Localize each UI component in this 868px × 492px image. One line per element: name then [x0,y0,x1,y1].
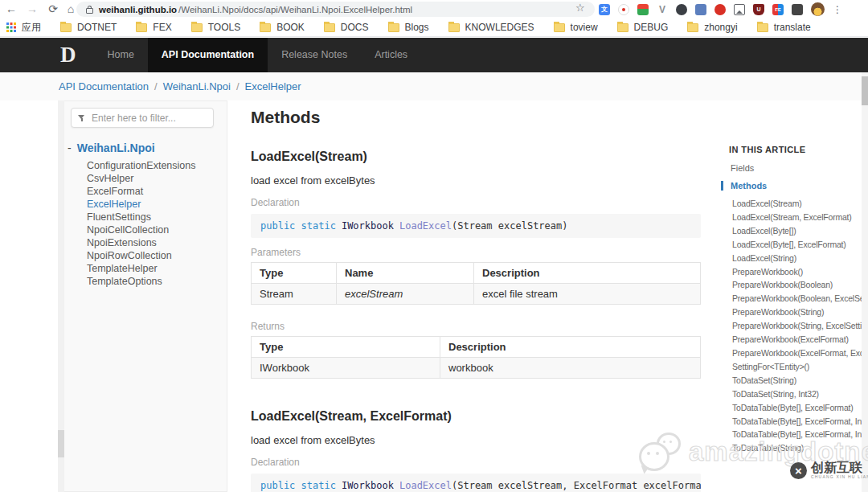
toc-link-methods[interactable]: Methods [721,181,862,191]
toc-item[interactable]: ToDataTable(Byte[], ExcelFormat) [729,401,862,415]
folder-icon [388,23,399,32]
bookmark-folder-translate[interactable]: translate [757,22,811,33]
toc-item[interactable]: PrepareWorkbook(Boolean) [729,278,862,292]
method-heading: LoadExcel(Stream, ExcelFormat) [251,409,701,424]
bookmark-label: toview [571,22,598,33]
tree-item-templatehelper[interactable]: TemplateHelper [87,262,224,275]
profile-avatar[interactable] [811,2,825,16]
filter-input[interactable] [90,112,207,125]
code-keyword: public static [260,480,336,491]
folder-icon [324,23,335,32]
in-this-article-title: IN THIS ARTICLE [729,145,862,154]
bookmark-folder-book[interactable]: BOOK [260,22,305,33]
chuangxin-logo-icon: × [790,462,807,479]
tree-item-excelhelper[interactable]: ExcelHelper [87,198,224,211]
breadcrumb-link-excelhelper[interactable]: ExcelHelper [245,80,301,92]
chuangxin-logo-title: 创新互联 [811,461,868,474]
toc-item[interactable]: PrepareWorkbook(String, ExcelSetting) [729,319,862,333]
page-scrollbar-track[interactable] [862,72,868,492]
method-section-loadexcel-stream-excelformat: LoadExcel(Stream, ExcelFormat) load exce… [251,409,701,492]
bookmark-folder-fex[interactable]: FEX [136,22,171,33]
table-row: IWorkbook workbook [252,358,701,379]
column-header-description: Description [440,337,701,358]
apps-shortcut[interactable]: 应用 [6,21,41,35]
bookmark-label: DOCS [341,22,369,33]
recorder-extension-icon[interactable] [714,4,726,15]
docfx-logo[interactable]: D [60,38,76,72]
bookmark-folder-docs[interactable]: DOCS [324,22,369,33]
translate-extension-icon[interactable]: 文 [599,4,610,15]
bookmark-star-icon[interactable]: ☆ [575,2,585,14]
toc-item[interactable]: ToDataSet(String) [729,374,862,387]
article-content: Methods LoadExcel(Stream) load excel fro… [251,100,701,492]
tree-item-excelformat[interactable]: ExcelFormat [87,185,224,198]
toc-item[interactable]: ToDataSet(String, Int32) [729,387,862,401]
column-header-description: Description [474,263,701,284]
tree-item-templateoptions[interactable]: TemplateOptions [87,275,224,288]
tree-item-npoicellcollection[interactable]: NpoiCellCollection [87,223,224,236]
vimium-extension-icon[interactable]: V [657,4,668,15]
reload-icon[interactable]: ⟳ [45,1,61,17]
tree-item-csvhelper[interactable]: CsvHelper [87,172,224,185]
nav-item-home[interactable]: Home [94,38,148,72]
nav-item-articles[interactable]: Articles [361,38,421,72]
page-scrollbar-thumb[interactable] [862,76,868,105]
toc-item[interactable]: PrepareWorkbook(ExcelFormat, ExcelSettin… [729,346,862,360]
return-description: workbook [440,358,701,379]
code-method-name: LoadExcel [399,480,452,491]
bookmark-folder-blogs[interactable]: Blogs [388,22,429,33]
bookmark-folder-dotnet[interactable]: DOTNET [60,22,117,33]
toc-item[interactable]: LoadExcel(Stream) [729,197,862,211]
bookmark-label: translate [774,22,811,33]
puzzle-extension-icon[interactable] [792,4,803,15]
bookmark-folder-tools[interactable]: TOOLS [191,22,240,33]
tree-item-configurationextensions[interactable]: ConfigurationExtensions [87,159,224,172]
breadcrumb: API Documentation / WeihanLi.Npoi / Exce… [0,72,868,100]
returns-label: Returns [251,321,701,332]
address-bar[interactable]: weihanli.github.io/WeihanLi.Npoi/docs/ap… [76,2,595,17]
bookmark-folder-debug[interactable]: DEBUG [617,22,669,33]
toc-item[interactable]: SettingFor<TEntity>() [729,360,862,374]
toc-item[interactable]: PrepareWorkbook(String) [729,305,862,319]
back-icon[interactable]: ← [3,1,19,17]
browser-menu-icon[interactable]: ⋮ [833,4,842,15]
ublock-extension-icon[interactable]: U [753,4,764,15]
bookmark-folder-knowledges[interactable]: KNOWLEDGES [448,22,534,33]
image-extension-icon[interactable] [734,4,745,15]
forward-icon[interactable]: → [24,1,40,17]
tree-root-weihanli-npoi[interactable]: -WeihanLi.Npoi [68,141,224,154]
pen-extension-icon[interactable] [618,4,629,15]
clipper-extension-icon[interactable] [695,4,706,15]
toc-item[interactable]: ToDataTable(Byte[], ExcelFormat, Int32, … [729,428,862,441]
fehelper-extension-icon[interactable]: FE [772,4,784,15]
method-section-loadexcel-stream: LoadExcel(Stream) load excel from excelB… [251,150,701,379]
in-this-article-panel: IN THIS ARTICLE Fields Methods LoadExcel… [729,145,862,455]
dark-reader-extension-icon[interactable] [676,4,687,15]
tree-item-npoiextensions[interactable]: NpoiExtensions [87,236,224,249]
param-name: excelStream [337,284,474,305]
breadcrumb-link-weihanli-npoi[interactable]: WeihanLi.Npoi [163,80,231,92]
collapse-expander[interactable]: - [68,141,72,154]
bookmark-folder-zhongyi[interactable]: zhongyi [687,22,737,33]
toc-item[interactable]: LoadExcel(Byte[]) [729,224,862,238]
tree-item-npoirowcollection[interactable]: NpoiRowCollection [87,249,224,262]
nav-item-release-notes[interactable]: Release Notes [268,38,361,72]
sidebar-scrollbar-thumb[interactable] [58,430,64,457]
toc-link-fields[interactable]: Fields [729,163,862,173]
toc-item[interactable]: PrepareWorkbook() [729,265,862,279]
breadcrumb-link-api-documentation[interactable]: API Documentation [59,80,149,92]
nav-item-api-documentation[interactable]: API Documentation [148,38,268,72]
notes-extension-icon[interactable] [637,4,649,15]
chuangxin-hulian-logo: × 创新互联 CHUANG XIN HU LIAN [790,461,868,479]
toc-item[interactable]: PrepareWorkbook(ExcelFormat) [729,333,862,346]
toc-item[interactable]: LoadExcel(String) [729,252,862,265]
bookmark-label: DOTNET [77,22,117,33]
toc-item[interactable]: ToDataTable(Byte[], ExcelFormat, Int32) [729,415,862,428]
toc-item[interactable]: LoadExcel(Byte[], ExcelFormat) [729,238,862,252]
toc-item[interactable]: PrepareWorkbook(Boolean, ExcelSetting) [729,292,862,305]
bookmark-label: DEBUG [634,22,669,33]
tree-item-fluentsettings[interactable]: FluentSettings [87,211,224,223]
toc-item[interactable]: LoadExcel(Stream, ExcelFormat) [729,211,862,224]
toc-item[interactable]: ToDataTable(String) [729,441,862,455]
bookmark-folder-toview[interactable]: toview [554,22,598,33]
